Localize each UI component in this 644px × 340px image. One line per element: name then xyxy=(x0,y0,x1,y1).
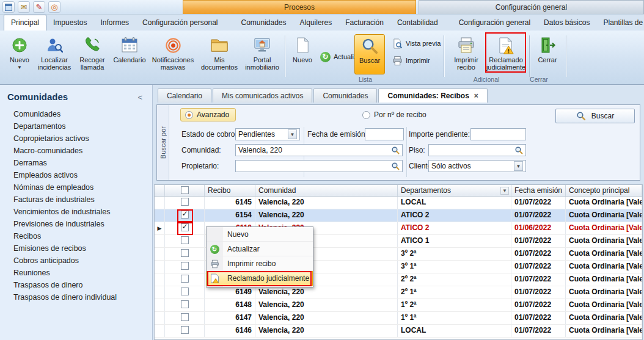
tab-impuestos[interactable]: Impuestos xyxy=(46,15,93,31)
menu-item-nuevo[interactable]: Nuevo xyxy=(207,227,313,242)
app-window-icon[interactable] xyxy=(2,1,15,13)
tab-configuracion-personal[interactable]: Configuración personal xyxy=(136,15,224,31)
row-checkbox[interactable] xyxy=(181,275,189,283)
sidebar-item-derramas[interactable]: Derramas xyxy=(0,157,152,169)
tab-principal[interactable]: Principal xyxy=(4,15,46,31)
calendario-button[interactable]: Calendario xyxy=(111,34,148,74)
doc-tab-comunidades[interactable]: Comunidades xyxy=(313,89,377,103)
tab-plantillas-de-texto[interactable]: Plantillas de texto xyxy=(596,15,644,31)
table-row[interactable]: ▶ 6149 Valencia, 220 2º 1ª 01/07/2022 Cu… xyxy=(155,286,642,299)
estado-de-cobro-select[interactable]: Pendientes ▼ xyxy=(235,128,300,140)
table-row[interactable]: ▶ 6148 Valencia, 220 1º 2ª 01/07/2022 Cu… xyxy=(155,299,642,312)
imprimir-button[interactable]: Imprimir xyxy=(390,54,433,67)
lookup-icon[interactable] xyxy=(391,162,400,170)
tab-configuracion-general[interactable]: Configuración general xyxy=(452,15,537,31)
column-header-comunidad[interactable]: Comunidad xyxy=(255,185,398,196)
nuevo-button[interactable]: Nuevo ▼ xyxy=(5,34,34,74)
row-checkbox[interactable] xyxy=(181,288,189,295)
tab-comunidades[interactable]: Comunidades xyxy=(235,15,293,31)
column-header-recibo[interactable]: Recibo xyxy=(205,185,255,196)
sidebar-item-traspasos-de-dinero-individual[interactable]: Traspasos de dinero individual xyxy=(0,291,152,303)
menu-item-reclamado-judicialmente[interactable]: Reclamado judicialmente xyxy=(207,271,313,286)
table-row[interactable]: ▶ 6145 Valencia, 220 LOCAL 01/07/2022 Cu… xyxy=(155,197,642,209)
header-indicator-cell xyxy=(155,185,165,196)
cerrar-button[interactable]: Cerrar xyxy=(533,34,562,74)
table-row[interactable]: ▶ 6154 Valencia, 220 ATICO 2 01/07/2022 … xyxy=(155,209,642,222)
cell-departamento: 1º 1ª xyxy=(398,312,511,324)
row-checkbox[interactable] xyxy=(181,300,189,308)
tab-facturacion[interactable]: Facturación xyxy=(338,15,390,31)
row-checkbox[interactable] xyxy=(181,223,189,231)
new-plus-icon xyxy=(11,35,28,55)
mail-icon[interactable]: ✉ xyxy=(18,1,30,13)
doc-tab-comunidades-recibos[interactable]: Comunidades: Recibos × xyxy=(378,89,487,103)
notificaciones-masivas-button[interactable]: Notificaciones masivas xyxy=(149,34,197,74)
row-checkbox[interactable] xyxy=(181,262,189,270)
table-row[interactable]: ▶ 6146 Valencia, 220 LOCAL 01/07/2022 Cu… xyxy=(155,325,642,338)
sidebar-item-emisiones-de-recibos[interactable]: Emisiones de recibos xyxy=(0,242,152,255)
column-header-fecha-emision[interactable]: Fecha emisión xyxy=(511,185,566,196)
sidebar-item-traspasos-de-dinero[interactable]: Traspasos de dinero xyxy=(0,279,152,291)
sidebar-item-macro-comunidades[interactable]: Macro-comunidades xyxy=(0,145,152,157)
filter-dropdown-icon[interactable]: ▼ xyxy=(500,187,509,195)
piso-lookup-field[interactable] xyxy=(428,144,526,156)
row-checkbox[interactable] xyxy=(181,326,189,334)
recoger-llamada-button[interactable]: Recoger llamada xyxy=(75,34,110,74)
tab-contabilidad[interactable]: Contabilidad xyxy=(390,15,445,31)
menu-item-actualizar[interactable]: ↻ Actualizar xyxy=(207,242,313,256)
sidebar-item-facturas-de-industriales[interactable]: Facturas de industriales xyxy=(0,194,152,206)
sidebar-item-vencimientos-de-industriales[interactable]: Vencimientos de industriales xyxy=(0,206,152,218)
propietario-lookup-field[interactable] xyxy=(235,160,403,172)
chevron-down-icon[interactable]: ▼ xyxy=(288,129,297,139)
tab-alquileres[interactable]: Alquileres xyxy=(293,15,339,31)
sidebar-item-departamentos[interactable]: Departamentos xyxy=(0,120,152,132)
sidebar-item-reuniones[interactable]: Reuniones xyxy=(0,267,152,279)
portal-inmobiliario-button[interactable]: Portal inmobiliario xyxy=(242,34,282,74)
doc-tab-calendario[interactable]: Calendario xyxy=(158,89,211,103)
sidebar-item-cobros-anticipados[interactable]: Cobros anticipados xyxy=(0,255,152,267)
column-header-departamentos[interactable]: Departamentos ▼ xyxy=(398,185,511,196)
row-checkbox[interactable] xyxy=(181,313,189,321)
mis-documentos-button[interactable]: Mis documentos xyxy=(198,34,241,74)
radio-avanzado[interactable]: Avanzado xyxy=(180,108,236,121)
tab-datos-basicos[interactable]: Datos básicos xyxy=(537,15,596,31)
close-tab-icon[interactable]: × xyxy=(474,92,478,100)
row-checkbox[interactable] xyxy=(181,198,189,206)
comunidad-lookup-field[interactable]: Valencia, 220 xyxy=(235,144,403,156)
menu-item-imprimir-recibo[interactable]: Imprimir recibo xyxy=(207,256,313,271)
header-checkbox-cell xyxy=(165,185,205,196)
cell-concepto: Cuota Ordinaria [Valencia, xyxy=(566,312,642,324)
lookup-icon[interactable] xyxy=(391,146,400,154)
chevron-down-icon[interactable]: ▼ xyxy=(514,161,523,171)
row-checkbox[interactable] xyxy=(181,236,189,244)
doc-tab-mis-comunicados-activos[interactable]: Mis comunicados activos xyxy=(213,89,312,103)
buscar-button[interactable]: Buscar xyxy=(555,109,635,123)
localizar-incidencias-button[interactable]: Localizar incidencias xyxy=(35,34,73,74)
nuevo-lista-button[interactable]: Nuevo xyxy=(288,34,317,74)
edit-note-icon[interactable]: ✎ xyxy=(33,1,45,13)
sidebar-item-recibos[interactable]: Recibos xyxy=(0,230,152,242)
table-row[interactable]: ▶ 6147 Valencia, 220 1º 1ª 01/07/2022 Cu… xyxy=(155,312,642,325)
imprimir-recibo-button[interactable]: Imprimir recibo xyxy=(447,34,485,74)
sidebar-collapse-icon[interactable]: < xyxy=(137,93,142,102)
row-checkbox[interactable] xyxy=(181,249,189,257)
fecha-de-emision-input[interactable] xyxy=(365,128,404,140)
sidebar-item-empleados-activos[interactable]: Empleados activos xyxy=(0,169,152,181)
sidebar-item-nominas-de-empleados[interactable]: Nóminas de empleados xyxy=(0,181,152,194)
audio-notification-icon[interactable]: ◎ xyxy=(48,1,60,13)
current-row-arrow-icon: ▶ xyxy=(158,225,162,231)
sidebar-item-comunidades[interactable]: Comunidades xyxy=(0,108,152,120)
radio-por-numero-de-recibo[interactable]: Por nº de recibo xyxy=(362,110,426,119)
lookup-icon[interactable] xyxy=(514,146,523,154)
column-header-concepto-principal[interactable]: Concepto principal xyxy=(566,185,642,196)
sidebar-item-copropietarios-activos[interactable]: Copropietarios activos xyxy=(0,132,152,145)
reclamado-judicialmente-button[interactable]: Reclamado judicialmente xyxy=(488,34,524,74)
cliente-select[interactable]: Sólo activos ▼ xyxy=(428,160,526,172)
select-all-checkbox[interactable] xyxy=(181,186,189,194)
vista-previa-button[interactable]: Vista previa xyxy=(390,37,443,50)
tab-informes[interactable]: Informes xyxy=(93,15,136,31)
importe-pendiente-input[interactable] xyxy=(470,128,526,140)
sidebar-item-previsiones-de-industriales[interactable]: Previsiones de industriales xyxy=(0,218,152,230)
buscar-ribbon-button[interactable]: Buscar xyxy=(354,34,385,74)
row-checkbox[interactable] xyxy=(181,211,189,219)
